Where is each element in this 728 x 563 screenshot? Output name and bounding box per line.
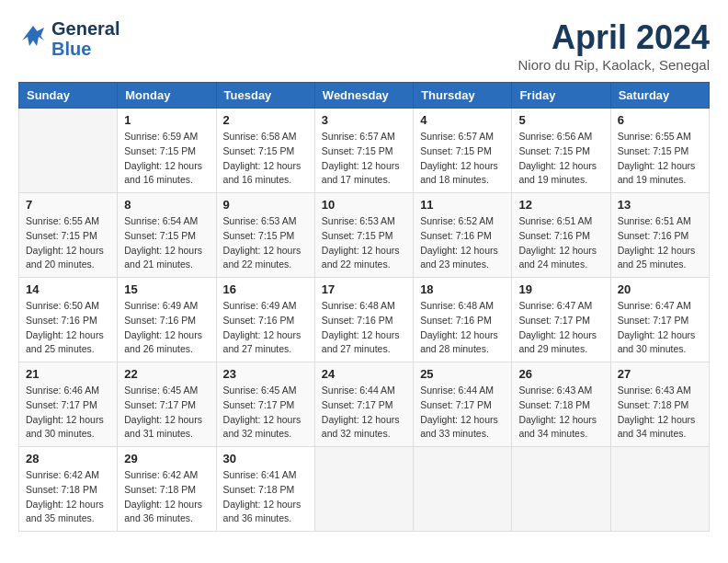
calendar-day-header: Monday — [118, 83, 216, 109]
calendar-week-row: 28Sunrise: 6:42 AM Sunset: 7:18 PM Dayli… — [19, 447, 710, 532]
calendar-week-row: 1Sunrise: 6:59 AM Sunset: 7:15 PM Daylig… — [19, 109, 710, 193]
calendar-day-cell: 18Sunrise: 6:48 AM Sunset: 7:16 PM Dayli… — [414, 278, 512, 362]
day-number: 12 — [518, 198, 603, 212]
calendar-day-cell — [314, 447, 413, 532]
calendar-day-cell: 9Sunrise: 6:53 AM Sunset: 7:15 PM Daylig… — [216, 193, 314, 278]
day-info: Sunrise: 6:51 AM Sunset: 7:16 PM Dayligh… — [518, 214, 603, 272]
day-info: Sunrise: 6:43 AM Sunset: 7:18 PM Dayligh… — [618, 384, 702, 442]
subtitle: Nioro du Rip, Kaolack, Senegal — [518, 57, 710, 73]
calendar-day-cell: 4Sunrise: 6:57 AM Sunset: 7:15 PM Daylig… — [414, 109, 512, 193]
day-number: 22 — [124, 367, 209, 381]
day-info: Sunrise: 6:59 AM Sunset: 7:15 PM Dayligh… — [124, 130, 209, 188]
day-info: Sunrise: 6:44 AM Sunset: 7:17 PM Dayligh… — [420, 384, 505, 442]
day-number: 29 — [124, 452, 209, 465]
logo: General Blue — [18, 18, 119, 59]
day-number: 8 — [124, 198, 209, 212]
calendar-day-cell — [414, 447, 512, 532]
day-info: Sunrise: 6:49 AM Sunset: 7:16 PM Dayligh… — [124, 299, 209, 357]
day-number: 27 — [618, 367, 702, 381]
calendar-day-cell: 14Sunrise: 6:50 AM Sunset: 7:16 PM Dayli… — [19, 278, 118, 362]
day-info: Sunrise: 6:54 AM Sunset: 7:15 PM Dayligh… — [124, 214, 209, 272]
main-title: April 2024 — [518, 18, 710, 57]
day-number: 20 — [618, 282, 702, 296]
calendar-day-cell — [610, 447, 709, 532]
calendar-day-cell: 20Sunrise: 6:47 AM Sunset: 7:17 PM Dayli… — [610, 278, 709, 362]
day-number: 15 — [124, 282, 209, 296]
day-number: 28 — [26, 452, 110, 465]
calendar-day-header: Wednesday — [314, 83, 413, 109]
day-number: 30 — [223, 452, 308, 465]
calendar-day-cell — [19, 109, 118, 193]
calendar-day-cell: 2Sunrise: 6:58 AM Sunset: 7:15 PM Daylig… — [216, 109, 314, 193]
day-info: Sunrise: 6:56 AM Sunset: 7:15 PM Dayligh… — [518, 130, 603, 188]
calendar-day-cell: 29Sunrise: 6:42 AM Sunset: 7:18 PM Dayli… — [118, 447, 216, 532]
calendar-day-cell: 17Sunrise: 6:48 AM Sunset: 7:16 PM Dayli… — [314, 278, 413, 362]
day-info: Sunrise: 6:52 AM Sunset: 7:16 PM Dayligh… — [420, 214, 505, 272]
day-info: Sunrise: 6:55 AM Sunset: 7:15 PM Dayligh… — [618, 130, 702, 188]
calendar-day-cell: 21Sunrise: 6:46 AM Sunset: 7:17 PM Dayli… — [19, 362, 118, 447]
calendar-day-cell: 11Sunrise: 6:52 AM Sunset: 7:16 PM Dayli… — [414, 193, 512, 278]
day-number: 21 — [26, 367, 110, 381]
calendar-body: 1Sunrise: 6:59 AM Sunset: 7:15 PM Daylig… — [19, 109, 710, 532]
day-info: Sunrise: 6:41 AM Sunset: 7:18 PM Dayligh… — [223, 468, 308, 526]
logo-blue: Blue — [51, 39, 91, 59]
svg-marker-0 — [22, 26, 44, 46]
day-info: Sunrise: 6:51 AM Sunset: 7:16 PM Dayligh… — [618, 214, 702, 272]
calendar-day-cell: 15Sunrise: 6:49 AM Sunset: 7:16 PM Dayli… — [118, 278, 216, 362]
day-info: Sunrise: 6:47 AM Sunset: 7:17 PM Dayligh… — [518, 299, 603, 357]
calendar-day-header: Saturday — [610, 83, 709, 109]
day-number: 3 — [322, 113, 406, 127]
calendar-day-cell: 5Sunrise: 6:56 AM Sunset: 7:15 PM Daylig… — [512, 109, 610, 193]
day-number: 1 — [124, 113, 209, 127]
calendar-day-cell: 22Sunrise: 6:45 AM Sunset: 7:17 PM Dayli… — [118, 362, 216, 447]
logo-general: General — [51, 18, 119, 39]
calendar-day-cell — [512, 447, 610, 532]
calendar-table: SundayMondayTuesdayWednesdayThursdayFrid… — [18, 82, 710, 532]
calendar-day-cell: 8Sunrise: 6:54 AM Sunset: 7:15 PM Daylig… — [118, 193, 216, 278]
calendar-day-cell: 3Sunrise: 6:57 AM Sunset: 7:15 PM Daylig… — [314, 109, 413, 193]
calendar-day-cell: 1Sunrise: 6:59 AM Sunset: 7:15 PM Daylig… — [118, 109, 216, 193]
day-info: Sunrise: 6:49 AM Sunset: 7:16 PM Dayligh… — [223, 299, 308, 357]
calendar-day-cell: 10Sunrise: 6:53 AM Sunset: 7:15 PM Dayli… — [314, 193, 413, 278]
day-info: Sunrise: 6:44 AM Sunset: 7:17 PM Dayligh… — [322, 384, 406, 442]
day-number: 10 — [322, 198, 406, 212]
calendar-day-cell: 28Sunrise: 6:42 AM Sunset: 7:18 PM Dayli… — [19, 447, 118, 532]
day-info: Sunrise: 6:48 AM Sunset: 7:16 PM Dayligh… — [322, 299, 406, 357]
logo-icon — [18, 24, 48, 53]
calendar-week-row: 14Sunrise: 6:50 AM Sunset: 7:16 PM Dayli… — [19, 278, 710, 362]
day-info: Sunrise: 6:57 AM Sunset: 7:15 PM Dayligh… — [420, 130, 505, 188]
calendar-day-cell: 24Sunrise: 6:44 AM Sunset: 7:17 PM Dayli… — [314, 362, 413, 447]
day-info: Sunrise: 6:47 AM Sunset: 7:17 PM Dayligh… — [618, 299, 702, 357]
calendar-day-cell: 23Sunrise: 6:45 AM Sunset: 7:17 PM Dayli… — [216, 362, 314, 447]
calendar-day-cell: 26Sunrise: 6:43 AM Sunset: 7:18 PM Dayli… — [512, 362, 610, 447]
day-number: 2 — [223, 113, 308, 127]
day-number: 17 — [322, 282, 406, 296]
day-info: Sunrise: 6:45 AM Sunset: 7:17 PM Dayligh… — [223, 384, 308, 442]
day-number: 14 — [26, 282, 110, 296]
day-info: Sunrise: 6:45 AM Sunset: 7:17 PM Dayligh… — [124, 384, 209, 442]
day-info: Sunrise: 6:43 AM Sunset: 7:18 PM Dayligh… — [518, 384, 603, 442]
calendar-day-cell: 27Sunrise: 6:43 AM Sunset: 7:18 PM Dayli… — [610, 362, 709, 447]
day-number: 18 — [420, 282, 505, 296]
day-number: 16 — [223, 282, 308, 296]
calendar-day-header: Sunday — [19, 83, 118, 109]
day-info: Sunrise: 6:42 AM Sunset: 7:18 PM Dayligh… — [26, 468, 110, 526]
day-number: 23 — [223, 367, 308, 381]
day-info: Sunrise: 6:53 AM Sunset: 7:15 PM Dayligh… — [223, 214, 308, 272]
day-number: 4 — [420, 113, 505, 127]
day-number: 7 — [26, 198, 110, 212]
day-number: 5 — [518, 113, 603, 127]
calendar-week-row: 21Sunrise: 6:46 AM Sunset: 7:17 PM Dayli… — [19, 362, 710, 447]
calendar-day-cell: 19Sunrise: 6:47 AM Sunset: 7:17 PM Dayli… — [512, 278, 610, 362]
day-info: Sunrise: 6:53 AM Sunset: 7:15 PM Dayligh… — [322, 214, 406, 272]
calendar-day-cell: 7Sunrise: 6:55 AM Sunset: 7:15 PM Daylig… — [19, 193, 118, 278]
calendar-day-cell: 13Sunrise: 6:51 AM Sunset: 7:16 PM Dayli… — [610, 193, 709, 278]
calendar-day-cell: 30Sunrise: 6:41 AM Sunset: 7:18 PM Dayli… — [216, 447, 314, 532]
day-info: Sunrise: 6:42 AM Sunset: 7:18 PM Dayligh… — [124, 468, 209, 526]
day-number: 25 — [420, 367, 505, 381]
day-number: 19 — [518, 282, 603, 296]
day-info: Sunrise: 6:55 AM Sunset: 7:15 PM Dayligh… — [26, 214, 110, 272]
calendar-day-header: Thursday — [414, 83, 512, 109]
calendar-day-cell: 25Sunrise: 6:44 AM Sunset: 7:17 PM Dayli… — [414, 362, 512, 447]
day-number: 26 — [518, 367, 603, 381]
